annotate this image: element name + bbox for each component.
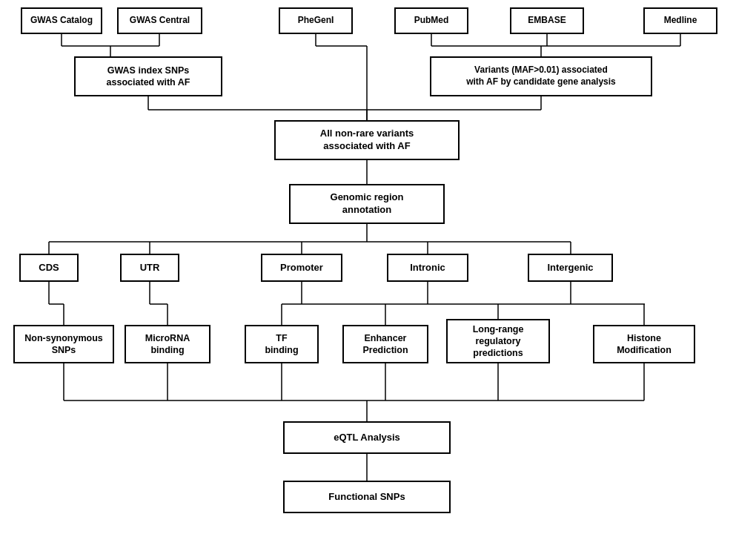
box-medline: Medline xyxy=(643,7,717,34)
box-microrna: MicroRNAbinding xyxy=(125,325,210,363)
box-enhancer-pred: EnhancerPrediction xyxy=(342,325,428,363)
flowchart-diagram: GWAS Catalog GWAS Central PheGenI PubMed… xyxy=(0,0,756,534)
box-pubmed: PubMed xyxy=(394,7,468,34)
box-cds: CDS xyxy=(19,254,79,282)
box-all-non-rare: All non-rare variantsassociated with AF xyxy=(274,120,460,160)
box-tf-binding: TFbinding xyxy=(245,325,319,363)
box-gwas-central: GWAS Central xyxy=(117,7,202,34)
box-gwas-index: GWAS index SNPsassociated with AF xyxy=(74,56,222,96)
box-histone-mod: HistoneModification xyxy=(593,325,695,363)
box-intergenic: Intergenic xyxy=(528,254,613,282)
box-intronic: Intronic xyxy=(387,254,468,282)
box-gwas-catalog: GWAS Catalog xyxy=(21,7,102,34)
box-functional-snps: Functional SNPs xyxy=(283,481,451,513)
box-non-syn-snps: Non-synonymousSNPs xyxy=(13,325,114,363)
box-embase: EMBASE xyxy=(510,7,584,34)
box-promoter: Promoter xyxy=(261,254,342,282)
box-phegeni: PheGenI xyxy=(279,7,353,34)
box-genomic-region: Genomic regionannotation xyxy=(289,184,445,224)
box-variants-maf: Variants (MAF>0.01) associatedwith AF by… xyxy=(430,56,652,96)
box-utr: UTR xyxy=(120,254,179,282)
box-eqtl: eQTL Analysis xyxy=(283,421,451,454)
box-long-range: Long-rangeregulatorypredictions xyxy=(446,319,550,363)
